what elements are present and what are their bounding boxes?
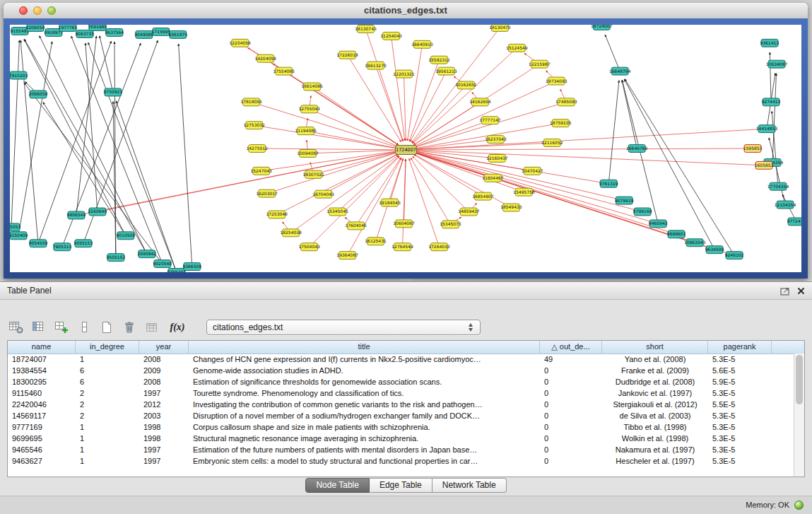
graph-node[interactable]: 9761319 (599, 180, 618, 187)
graph-node[interactable]: 12116052 (541, 139, 563, 147)
graph-node[interactable]: 17226018 (336, 51, 358, 59)
function-builder-button[interactable]: f(x) (165, 318, 189, 337)
graph-node[interactable]: 9063735 (76, 30, 95, 37)
column-header-short[interactable]: short (602, 341, 708, 354)
graph-node[interactable]: 9079919 (615, 197, 634, 204)
graph-node[interactable]: 1977765 (59, 25, 78, 31)
graph-node[interactable]: 17777147 (479, 117, 501, 124)
table-row[interactable]: 946554611997Estimation of the future num… (8, 444, 794, 455)
graph-node[interactable]: 12753032 (243, 122, 265, 129)
graph-node[interactable]: 16237043 (485, 136, 507, 144)
column-header-out_degree[interactable]: △ out_de... (540, 341, 602, 354)
graph-node[interactable]: 1605853 (755, 161, 774, 169)
graph-node[interactable]: 2066059 (29, 90, 48, 98)
row-options-button[interactable] (75, 318, 93, 337)
table-row[interactable]: 977716911998Corpus callosum shape and si… (8, 421, 794, 433)
graph-node[interactable]: 17704354 (767, 182, 789, 190)
table-mode-button[interactable] (7, 318, 25, 337)
column-header-name[interactable]: name (8, 341, 76, 354)
graph-node[interactable]: 2590942 (137, 250, 156, 258)
table-row[interactable]: 1456911722003Disruption of a novel membe… (8, 410, 794, 421)
graph-node[interactable]: 19184543 (379, 199, 401, 206)
import-table-button[interactable] (143, 318, 161, 337)
graph-node[interactable]: 15345045 (326, 208, 348, 216)
network-canvas[interactable]: 9155493220605989189771977765906373576919… (10, 25, 801, 272)
graph-node[interactable]: 9361875 (168, 30, 187, 38)
show-columns-button[interactable] (30, 318, 48, 337)
graph-node[interactable]: 18130473 (489, 25, 511, 31)
table-row[interactable]: 1872400712008Changes of HCN gene express… (8, 354, 794, 365)
graph-node[interactable]: 18254038 (280, 229, 302, 237)
graph-node[interactable]: 9634509 (705, 246, 724, 254)
column-header-year[interactable]: year (139, 341, 189, 354)
graph-node[interactable]: 8637564 (105, 28, 124, 36)
graph-node[interactable]: 15582312 (428, 56, 450, 64)
graph-node[interactable]: 2206059 (26, 25, 45, 31)
create-column-button[interactable] (52, 318, 71, 337)
graph-node[interactable]: 10604087 (393, 220, 415, 228)
tab-edge-table[interactable]: Edge Table (370, 478, 433, 493)
graph-node[interactable]: 11254043 (380, 32, 402, 40)
graph-node[interactable]: 9010509 (117, 232, 136, 240)
graph-node[interactable]: 15345073 (440, 221, 461, 228)
graph-node[interactable]: 19734093 (546, 77, 567, 85)
column-header-title[interactable]: title (189, 341, 540, 354)
graph-node[interactable]: 12764549 (392, 243, 413, 251)
graph-node[interactable]: 1724007 (396, 146, 417, 155)
graph-node[interactable]: 16648794 (609, 67, 631, 75)
graph-node[interactable]: 16125431 (365, 238, 387, 245)
graph-node[interactable]: 17554085 (273, 67, 295, 75)
graph-node[interactable]: 8755203 (167, 269, 186, 272)
graph-node[interactable]: 19613270 (365, 62, 387, 69)
graph-node[interactable]: 14162654 (469, 98, 491, 106)
graph-node[interactable]: 9772413 (787, 218, 801, 226)
create-table-button[interactable] (98, 318, 116, 337)
graph-node[interactable]: 9750921 (104, 88, 123, 96)
scrollbar-thumb[interactable] (796, 355, 803, 404)
graph-node[interactable]: 14859437 (458, 208, 480, 216)
graph-node[interactable]: 19561213 (435, 67, 457, 75)
graph-node[interactable]: 19364087 (336, 252, 358, 259)
table-row[interactable]: 946362711997Embryonic stem cells: a mode… (8, 455, 794, 467)
table-row[interactable]: 969969511998Structural magnetic resonanc… (8, 433, 794, 444)
graph-node[interactable]: 9699601 (667, 230, 686, 238)
graph-node[interactable]: 18130743 (355, 25, 377, 33)
tab-network-table[interactable]: Network Table (433, 478, 507, 493)
graph-node[interactable]: 17264033 (428, 243, 450, 251)
graph-node[interactable]: 18307021 (302, 170, 324, 178)
graph-node[interactable]: 9806549 (67, 211, 86, 219)
graph-node[interactable]: 2260649 (88, 208, 107, 216)
graph-node[interactable]: 9505153 (107, 254, 126, 262)
graph-node[interactable]: 1595853 (743, 145, 763, 153)
float-panel-button[interactable] (780, 286, 790, 296)
graph-node[interactable]: 7691980 (88, 25, 107, 30)
graph-node[interactable]: 9361413 (760, 39, 779, 47)
graph-node[interactable]: 9274413 (762, 98, 781, 106)
graph-node[interactable]: 15124549 (506, 44, 528, 52)
graph-node[interactable]: 9366509 (182, 263, 201, 271)
graph-node[interactable]: 17504043 (298, 243, 320, 251)
graph-node[interactable]: 10094087 (297, 149, 319, 157)
graph-node[interactable]: 18759105 (550, 119, 572, 127)
graph-node[interactable]: 12160437 (486, 154, 508, 162)
table-row[interactable]: 911546021997Tourette syndrome. Phenomeno… (8, 387, 794, 399)
column-header-pagerank[interactable]: pagerank (708, 341, 772, 354)
graph-node[interactable]: 16614085 (301, 83, 323, 90)
graph-node[interactable]: 16646769 (626, 145, 648, 153)
graph-node[interactable]: 15247043 (250, 167, 272, 175)
graph-node[interactable]: 16640910 (411, 40, 433, 48)
column-header-in_degree[interactable]: in_degree (76, 341, 139, 354)
graph-node[interactable]: 9049088 (135, 30, 154, 38)
table-row[interactable]: 2242004622012Investigating the contribut… (8, 399, 794, 410)
graph-node[interactable]: 15495758 (513, 188, 535, 196)
graph-node[interactable]: 17818055 (240, 98, 262, 106)
close-panel-button[interactable] (797, 287, 805, 295)
graph-node[interactable]: 1715695 (151, 28, 170, 35)
graph-node[interactable]: 12201321 (393, 70, 415, 78)
graph-node[interactable]: 12755043 (298, 105, 320, 113)
delete-table-button[interactable] (120, 318, 139, 337)
graph-node[interactable]: 16704043 (312, 190, 334, 198)
graph-node[interactable]: 7905313 (53, 243, 72, 251)
graph-node[interactable]: 12204058 (229, 39, 251, 47)
zoom-window-button[interactable] (47, 6, 56, 15)
